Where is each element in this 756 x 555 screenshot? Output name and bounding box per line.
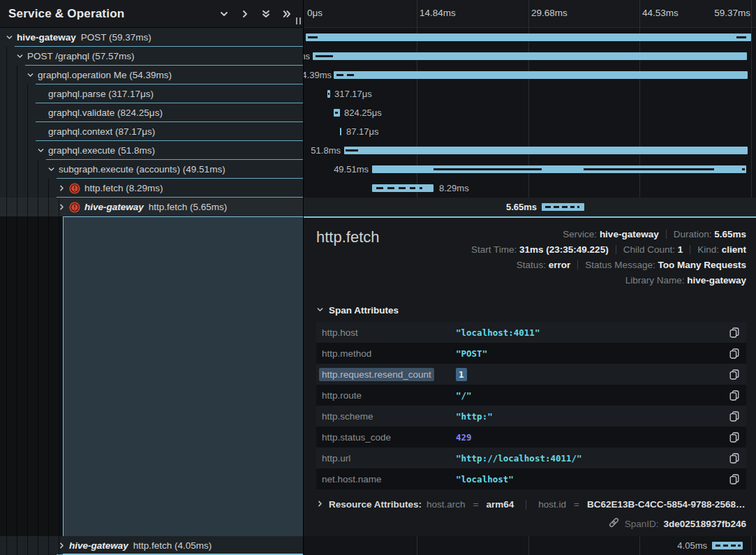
timeline-row[interactable]: 57.57ms [304,47,756,66]
chevrons-right-button[interactable] [279,6,295,22]
attribute-row[interactable]: http.host"localhost:4011" [316,322,746,343]
meta-label: Child Count: [623,244,678,255]
meta-label: Duration: [674,229,715,239]
panel-resize-handle[interactable] [296,17,301,24]
tree-row[interactable]: graphql.context (87.17μs) [0,122,303,141]
copy-icon[interactable] [728,389,741,402]
attribute-row[interactable]: http.scheme"http:" [316,406,746,427]
timeline-row[interactable]: 87.17μs [304,122,756,141]
tree-row[interactable]: subgraph.execute (accounts) (49.51ms) [0,160,303,179]
span-label: POST /graphql (57.57ms) [27,51,135,61]
span-bar[interactable] [372,184,433,192]
child-span-marker [316,55,333,57]
chevron-right-button[interactable] [237,6,253,22]
resource-equals: = [571,499,582,510]
attribute-value: "POST" [456,348,728,359]
duration-label: 4.05ms [677,536,707,555]
timeline-row[interactable]: 5.65ms [304,198,756,216]
attribute-value: "/" [456,390,728,401]
attribute-value: "http://localhost:4011/" [456,453,728,464]
span-detail-panel: http.fetch Service: hive-gatewayDuration… [304,216,756,536]
tree-row[interactable]: hive-gatewayPOST (59.37ms) [0,28,303,47]
span-service-name: hive-gateway [17,32,76,43]
duration-label: 49.51ms [334,160,369,179]
timeline-row[interactable]: 54.39ms [304,66,756,84]
ruler-tick: 14.84ms [420,8,456,18]
tree-row[interactable]: graphql.execute (51.8ms) [0,141,303,160]
span-bar[interactable] [313,52,747,60]
duration-label: 8.29ms [439,179,469,198]
span-bar[interactable] [334,71,748,79]
chevrons-down-button[interactable] [258,6,274,22]
chevron-right-icon [316,499,324,510]
span-bar[interactable] [306,34,751,41]
child-span-marker [545,206,551,208]
span-attributes-table: http.host"localhost:4011"http.method"POS… [316,322,746,489]
child-span-marker [433,168,542,170]
span-bar[interactable] [327,90,330,98]
meta-divider [577,260,578,269]
tree-row[interactable]: http.fetch (8.29ms) [0,179,303,198]
span-bar[interactable] [344,147,748,154]
chevron-down-button[interactable] [216,6,232,22]
meta-label: Status Message: [585,260,658,270]
meta-label: Kind: [697,244,722,255]
attribute-row[interactable]: http.method"POST" [316,343,746,364]
link-icon[interactable] [608,517,620,531]
copy-icon[interactable] [728,347,741,360]
chevron-down-icon[interactable] [25,71,35,79]
attribute-row[interactable]: http.status_code429 [316,427,746,447]
attribute-row[interactable]: http.url"http://localhost:4011/" [316,447,746,468]
timeline-ruler: 0μs14.84ms29.68ms44.53ms59.37ms [304,0,756,28]
timeline-row[interactable]: 49.51ms [304,160,756,179]
child-span-marker [570,206,575,208]
chevron-down-icon[interactable] [46,165,56,173]
span-bar[interactable] [542,203,584,211]
span-attributes-section-header[interactable]: Span Attributes [316,305,746,316]
copy-icon[interactable] [728,326,741,339]
timeline-row[interactable]: 317.17μs [304,84,756,103]
tree-row[interactable]: hive-gatewayhttp.fetch (4.05ms) [0,536,303,555]
duration-label: 824.25μs [344,103,382,122]
copy-icon[interactable] [728,410,741,423]
chevron-down-icon[interactable] [4,34,14,41]
resource-attributes-row[interactable]: Resource Attributes:host.arch=arm64host.… [316,499,746,510]
span-tree-panel: Service & Operation hive-gatewayPOST (59… [0,0,303,555]
attribute-row[interactable]: net.host.name"localhost" [316,468,746,489]
span-label: graphql.operation Me (54.39ms) [38,70,172,80]
tree-toolbar [211,6,295,22]
attribute-value: "localhost:4011" [456,327,728,338]
attribute-row[interactable]: http.route"/" [316,385,746,406]
attribute-row[interactable]: http.request.resend_count1 [316,364,746,385]
chevron-right-icon[interactable] [57,184,66,192]
copy-icon[interactable] [728,368,741,381]
chevron-down-icon[interactable] [15,52,24,60]
timeline-row[interactable]: 824.25μs [304,103,756,122]
child-span-marker [410,187,415,189]
span-bar[interactable] [712,542,743,549]
timeline-panel: 0μs14.84ms29.68ms44.53ms59.37ms 57.57ms5… [303,0,756,555]
tree-row[interactable]: graphql.operation Me (54.39ms) [0,66,303,84]
copy-icon[interactable] [728,452,741,465]
timeline-row[interactable]: 8.29ms [304,179,756,198]
meta-line: Library Name: hive-gateway [471,273,746,288]
timeline-row[interactable]: 51.8ms [304,141,756,160]
child-span-marker [716,545,720,547]
tree-row[interactable]: hive-gatewayhttp.fetch (5.65ms) [0,198,303,216]
gridline [417,536,417,555]
chevron-down-icon[interactable] [36,147,45,154]
tree-panel-title: Service & Operation [8,7,211,21]
span-meta: Service: hive-gatewayDuration: 5.65msSta… [471,227,746,288]
span-bar[interactable] [372,165,746,173]
tree-row[interactable]: POST /graphql (57.57ms) [0,47,303,66]
attribute-key: http.method [322,348,456,359]
timeline-row[interactable] [304,28,756,47]
copy-icon[interactable] [728,431,741,444]
span-bar[interactable] [334,109,340,117]
copy-icon[interactable] [728,473,741,486]
tree-row[interactable]: graphql.validate (824.25μs) [0,103,303,122]
attribute-value: "http:" [456,411,728,422]
tree-row[interactable]: graphql.parse (317.17μs) [0,84,303,103]
span-bar[interactable] [340,128,341,135]
span-service-name: hive-gateway [84,202,144,212]
